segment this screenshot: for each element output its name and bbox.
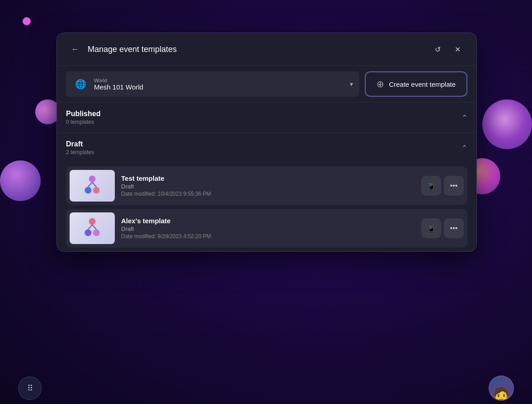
back-button[interactable]: ←: [68, 42, 82, 56]
draft-section: Draft 2 templates ⌃ Test temp: [57, 133, 476, 251]
apps-grid-icon: ⠿: [27, 383, 33, 393]
template-status-1: Draft: [121, 183, 415, 190]
back-icon: ←: [71, 45, 79, 54]
more-icon-2: •••: [450, 224, 458, 232]
table-row: Test template Draft Date modified: 10/4/…: [66, 166, 467, 205]
world-name: Mesh 101 World: [94, 83, 344, 91]
template-date-1: Date modified: 10/4/2023 9:55:36 PM: [121, 191, 415, 197]
avatar-button[interactable]: 🧑: [489, 376, 514, 401]
world-info: World Mesh 101 World: [94, 78, 344, 91]
template-actions-2: 📱 •••: [421, 218, 464, 238]
more-icon-1: •••: [450, 182, 458, 190]
published-section-header[interactable]: Published 0 templates ⌃: [66, 103, 467, 132]
template-actions-1: 📱 •••: [421, 176, 464, 196]
draft-title: Draft: [66, 140, 94, 148]
svg-point-6: [85, 230, 91, 236]
svg-point-0: [89, 176, 96, 183]
svg-line-9: [92, 225, 96, 230]
template-more-button-1[interactable]: •••: [444, 176, 464, 196]
world-label: World: [94, 78, 344, 83]
refresh-icon: ↺: [435, 45, 441, 54]
chevron-down-icon: ▾: [350, 80, 353, 88]
modal-title: Manage event templates: [88, 45, 424, 54]
close-button[interactable]: ✕: [449, 41, 466, 57]
template-publish-button-1[interactable]: 📱: [421, 176, 441, 196]
template-thumbnail-2: [70, 212, 115, 244]
template-name-1: Test template: [121, 174, 415, 182]
template-info-2: Alex's template Draft Date modified: 9/2…: [121, 217, 415, 240]
template-more-button-2[interactable]: •••: [444, 218, 464, 238]
template-date-2: Date modified: 9/29/2023 4:52:20 PM: [121, 233, 415, 240]
svg-line-4: [92, 183, 96, 187]
draft-section-header[interactable]: Draft 2 templates ⌃: [66, 133, 467, 163]
world-globe-icon: 🌐: [72, 76, 89, 92]
svg-line-8: [88, 225, 92, 230]
create-event-template-button[interactable]: ⊕ Create event template: [365, 71, 467, 97]
svg-point-7: [93, 230, 100, 236]
world-row: 🌐 World Mesh 101 World ▾ ⊕ Create event …: [57, 66, 476, 103]
draft-chevron-icon: ⌃: [461, 144, 467, 152]
template-name-2: Alex's template: [121, 217, 415, 225]
draft-section-info: Draft 2 templates: [66, 140, 94, 155]
refresh-button[interactable]: ↺: [429, 41, 446, 57]
template-thumbnail-1: [70, 170, 115, 202]
manage-templates-modal: ← Manage event templates ↺ ✕ 🌐 World Mes…: [56, 33, 477, 252]
svg-line-3: [88, 183, 92, 187]
svg-point-5: [89, 218, 96, 225]
avatar-icon: 🧑: [492, 387, 510, 401]
publish-icon-1: 📱: [427, 182, 436, 190]
published-chevron-icon: ⌃: [461, 113, 467, 122]
world-selector[interactable]: 🌐 World Mesh 101 World ▾: [66, 71, 359, 97]
template-publish-button-2[interactable]: 📱: [421, 218, 441, 238]
publish-icon-2: 📱: [427, 224, 436, 233]
apps-grid-button[interactable]: ⠿: [18, 376, 42, 400]
plus-circle-icon: ⊕: [377, 79, 384, 89]
templates-list: Test template Draft Date modified: 10/4/…: [66, 163, 467, 251]
table-row: Alex's template Draft Date modified: 9/2…: [66, 209, 467, 248]
close-icon: ✕: [455, 45, 461, 54]
header-actions: ↺ ✕: [429, 41, 466, 57]
svg-point-2: [93, 187, 100, 194]
published-section-info: Published 0 templates: [66, 110, 100, 125]
published-section: Published 0 templates ⌃: [57, 103, 476, 132]
template-status-2: Draft: [121, 225, 415, 232]
template-info-1: Test template Draft Date modified: 10/4/…: [121, 174, 415, 197]
svg-point-1: [85, 187, 91, 194]
draft-count: 2 templates: [66, 149, 94, 155]
bottom-bar: ⠿ 🧑: [0, 372, 532, 404]
published-count: 0 templates: [66, 119, 100, 125]
published-title: Published: [66, 110, 100, 118]
create-button-label: Create event template: [389, 80, 456, 88]
modal-header: ← Manage event templates ↺ ✕: [57, 33, 476, 66]
